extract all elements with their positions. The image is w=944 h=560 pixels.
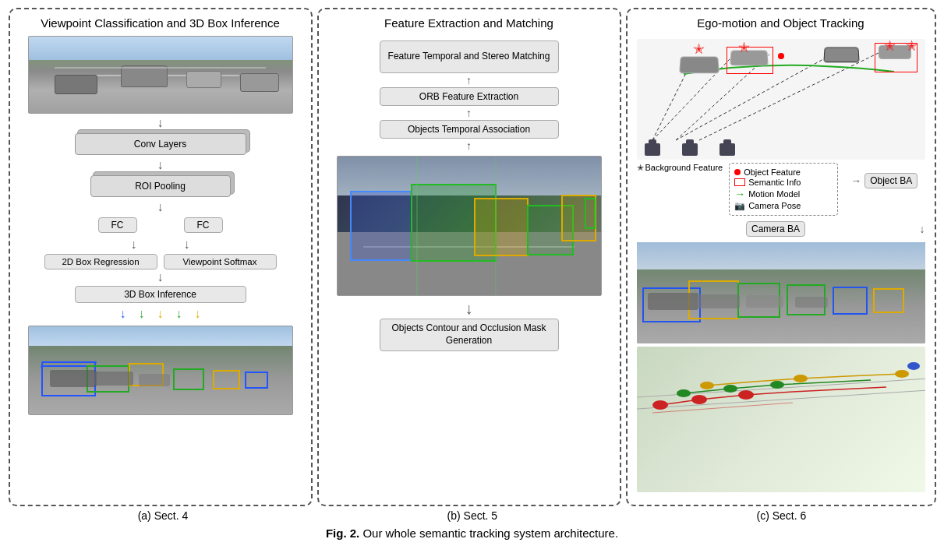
svg-point-20 xyxy=(895,370,909,378)
arrow-down-from-camera: ↓ xyxy=(920,223,925,235)
background-feature-label: ✭ Background Feature xyxy=(637,163,723,173)
camera-ba-box: Camera BA xyxy=(746,221,805,237)
arrow-fc: ↓ xyxy=(157,201,164,213)
two-boxes-row: 2D Box Regression Viewpoint Softmax xyxy=(44,254,277,269)
svg-point-12 xyxy=(652,400,668,410)
panel-b-content: Feature Temporal and Stereo Matching ↑ O… xyxy=(325,36,613,495)
camera-pose-legend: 📷 Camera Pose xyxy=(734,201,833,211)
label-c: (c) Sect. 6 xyxy=(757,509,807,522)
star-1: ✭ xyxy=(693,41,705,58)
rect-red-icon xyxy=(734,178,745,186)
fig-caption: Fig. 2. Our whole semantic tracking syst… xyxy=(326,527,618,540)
road-image-bottom xyxy=(28,326,293,415)
fc-row: FC FC xyxy=(98,215,223,235)
colored-arrows-down: ↓ ↓ ↓ ↓ ↓ xyxy=(120,307,201,321)
camera-ba-row: Camera BA ↓ xyxy=(637,219,925,239)
svg-point-7 xyxy=(778,53,784,59)
arrow-2d: ↓ xyxy=(131,238,137,251)
panel-b-title: Feature Extraction and Matching xyxy=(325,16,613,31)
box2d-box: 2D Box Regression xyxy=(44,254,157,269)
dot-red-icon xyxy=(734,169,741,175)
arrow-green-icon: → xyxy=(734,188,745,200)
arrow-vp: ↓ xyxy=(184,238,190,251)
svg-point-17 xyxy=(770,381,784,389)
objects-temporal-box: Objects Temporal Association xyxy=(380,120,559,139)
road-image-top xyxy=(28,36,293,114)
feature-temporal-box: Feature Temporal and Stereo Matching xyxy=(380,41,559,73)
arrow-roi: ↓ xyxy=(157,159,164,171)
panel-c: Ego-motion and Object Tracking xyxy=(626,8,936,506)
arrow-conv: ↓ xyxy=(157,117,164,129)
tracking-top-viz: ✭ ✭ ✭ ✭ xyxy=(637,39,925,160)
tracking-bottom-viz xyxy=(637,347,925,492)
camera-pose-icon: 📷 xyxy=(734,201,745,211)
semantic-info-legend: Semantic Info xyxy=(734,178,833,187)
fig-caption-bold: Fig. 2. xyxy=(326,527,359,540)
roi-pooling-box: ROI Pooling xyxy=(90,175,231,197)
panel-b: Feature Extraction and Matching Feature … xyxy=(317,8,621,506)
orb-feature-box: ORB Feature Extraction xyxy=(380,87,559,106)
legend-area: ✭ Background Feature Object Feature Sema… xyxy=(637,163,925,216)
object-feature-legend: Object Feature xyxy=(734,167,833,177)
panel-c-inner: ✭ ✭ ✭ ✭ ✭ Background Feature xyxy=(634,36,928,495)
svg-point-18 xyxy=(700,382,714,389)
object-ba-box: Object BA xyxy=(864,173,917,188)
svg-point-21 xyxy=(907,362,920,370)
box3d-box: 3D Box Inference xyxy=(75,286,246,303)
label-b: (b) Sect. 5 xyxy=(447,509,498,522)
trajectory-svg xyxy=(637,347,925,492)
info-legend-box: Object Feature Semantic Info → Motion Mo… xyxy=(729,163,838,216)
arrow-scene: ↑ xyxy=(466,139,472,152)
arrow-to-object-ba: → Object BA xyxy=(850,171,917,191)
panel-c-title: Ego-motion and Object Tracking xyxy=(634,16,928,31)
svg-point-16 xyxy=(723,385,737,393)
scene-image xyxy=(337,156,602,296)
svg-point-15 xyxy=(677,389,691,397)
fig-caption-text: Our whole semantic tracking system archi… xyxy=(359,527,618,540)
svg-point-19 xyxy=(794,375,808,382)
arrow-3d: ↓ xyxy=(157,271,164,284)
svg-point-13 xyxy=(691,395,707,404)
panel-a-title: Viewpoint Classification and 3D Box Infe… xyxy=(16,16,305,31)
tracking-road-image xyxy=(637,242,925,343)
fc2-box: FC xyxy=(184,217,223,233)
conv-layers-box: Conv Layers xyxy=(75,133,246,155)
objects-contour-box: Objects Contour and Occlusion Mask Gener… xyxy=(380,319,559,351)
fc1-box: FC xyxy=(98,217,137,233)
motion-model-legend: → Motion Model xyxy=(734,188,833,200)
arrow-contour: ↓ xyxy=(465,300,473,318)
section-labels: (a) Sect. 4 (b) Sect. 5 (c) Sect. 6 xyxy=(9,509,936,522)
arrow-orb: ↑ xyxy=(466,74,472,86)
svg-point-14 xyxy=(738,390,754,400)
panel-a-inner: ↓ Conv Layers ↓ ROI Pooling xyxy=(16,36,305,495)
panel-a: Viewpoint Classification and 3D Box Infe… xyxy=(9,8,313,506)
label-a: (a) Sect. 4 xyxy=(138,509,189,522)
viewpoint-box: Viewpoint Softmax xyxy=(164,254,277,269)
arrow-temporal: ↑ xyxy=(466,107,472,119)
